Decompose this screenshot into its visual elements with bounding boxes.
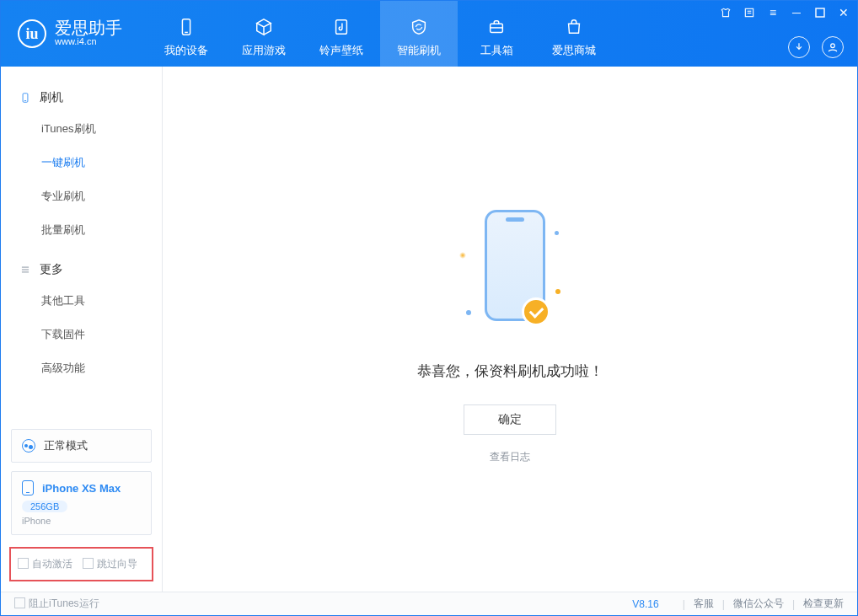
minimize-button[interactable]: ─ [790, 6, 803, 19]
mode-icon [22, 439, 35, 453]
sidebar-group-more[interactable]: 更多 [1, 262, 162, 284]
phone-icon [22, 480, 34, 495]
block-itunes-checkbox[interactable]: 阻止iTunes运行 [14, 597, 99, 611]
svg-point-9 [831, 44, 835, 48]
footer-link-wechat[interactable]: 微信公众号 [733, 597, 784, 611]
mode-card[interactable]: 正常模式 [11, 429, 152, 463]
sidebar-item-pro-flash[interactable]: 专业刷机 [1, 179, 162, 213]
sidebar-item-itunes-flash[interactable]: iTunes刷机 [1, 112, 162, 146]
sidebar-item-other-tools[interactable]: 其他工具 [1, 284, 162, 318]
options-highlight: 自动激活 跳过向导 [9, 547, 153, 581]
nav-my-device[interactable]: 我的设备 [147, 1, 225, 67]
sidebar: 刷机 iTunes刷机 一键刷机 专业刷机 批量刷机 更多 其他工具 下载固件 … [1, 67, 163, 592]
version-label: V8.16 [632, 598, 658, 610]
svg-rect-8 [816, 8, 824, 17]
success-message: 恭喜您，保资料刷机成功啦！ [417, 362, 603, 381]
top-nav: 我的设备 应用游戏 铃声壁纸 智能刷机 工具箱 爱思商城 [147, 1, 613, 67]
nav-label: 应用游戏 [242, 43, 286, 58]
device-icon [175, 16, 197, 38]
auto-activate-checkbox[interactable]: 自动激活 [18, 557, 72, 571]
nav-store[interactable]: 爱思商城 [535, 1, 613, 67]
maximize-button[interactable] [813, 6, 827, 19]
toolbox-icon [485, 16, 507, 38]
svg-rect-2 [336, 20, 347, 35]
header-actions [788, 36, 844, 58]
sidebar-item-batch-flash[interactable]: 批量刷机 [1, 213, 162, 247]
mode-label: 正常模式 [44, 438, 88, 453]
view-log-link[interactable]: 查看日志 [490, 450, 530, 464]
footer-link-support[interactable]: 客服 [694, 597, 714, 611]
nav-label: 智能刷机 [397, 43, 441, 58]
shirt-icon[interactable] [719, 6, 732, 19]
phone-icon [19, 92, 31, 104]
app-logo: iu 爱思助手 www.i4.cn [1, 1, 137, 67]
group-title: 刷机 [40, 90, 63, 105]
sidebar-item-advanced[interactable]: 高级功能 [1, 351, 162, 385]
bag-icon [563, 16, 585, 38]
list-icon[interactable] [743, 6, 756, 19]
skip-guide-checkbox[interactable]: 跳过向导 [83, 557, 137, 571]
ok-button[interactable]: 确定 [464, 404, 556, 435]
group-title: 更多 [40, 262, 63, 277]
success-illustration [459, 210, 560, 336]
device-name: iPhone XS Max [42, 482, 121, 495]
nav-toolbox[interactable]: 工具箱 [458, 1, 535, 67]
logo-icon: iu [18, 19, 46, 48]
nav-ringtones[interactable]: 铃声壁纸 [303, 1, 380, 67]
menu-icon[interactable]: ≡ [766, 6, 780, 19]
storage-badge: 256GB [22, 501, 67, 512]
app-name: 爱思助手 [55, 19, 122, 36]
device-card[interactable]: iPhone XS Max 256GB iPhone [11, 471, 152, 535]
sidebar-group-flash[interactable]: 刷机 [1, 90, 162, 112]
list-icon [19, 264, 31, 276]
checkmark-icon [522, 297, 550, 326]
refresh-shield-icon [408, 16, 430, 38]
status-bar: 阻止iTunes运行 V8.16 | 客服 | 微信公众号 | 检查更新 [1, 592, 857, 615]
nav-flash[interactable]: 智能刷机 [380, 1, 458, 67]
nav-label: 我的设备 [164, 43, 208, 58]
sidebar-item-oneclick-flash[interactable]: 一键刷机 [1, 146, 162, 179]
app-url: www.i4.cn [55, 36, 122, 47]
sidebar-item-download-firmware[interactable]: 下载固件 [1, 318, 162, 351]
footer-link-update[interactable]: 检查更新 [803, 597, 844, 611]
cube-icon [253, 16, 275, 38]
account-button[interactable] [822, 36, 844, 58]
title-bar: iu 爱思助手 www.i4.cn 我的设备 应用游戏 铃声壁纸 智能刷机 工具… [1, 1, 857, 67]
device-type: iPhone [22, 516, 141, 526]
close-button[interactable]: ✕ [837, 6, 850, 19]
main-content: 恭喜您，保资料刷机成功啦！ 确定 查看日志 [163, 67, 857, 592]
nav-label: 爱思商城 [552, 43, 596, 58]
nav-label: 工具箱 [480, 43, 513, 58]
music-icon [330, 16, 352, 38]
nav-apps[interactable]: 应用游戏 [225, 1, 303, 67]
download-button[interactable] [788, 36, 810, 58]
window-controls: ≡ ─ ✕ [719, 6, 850, 19]
nav-label: 铃声壁纸 [319, 43, 363, 58]
